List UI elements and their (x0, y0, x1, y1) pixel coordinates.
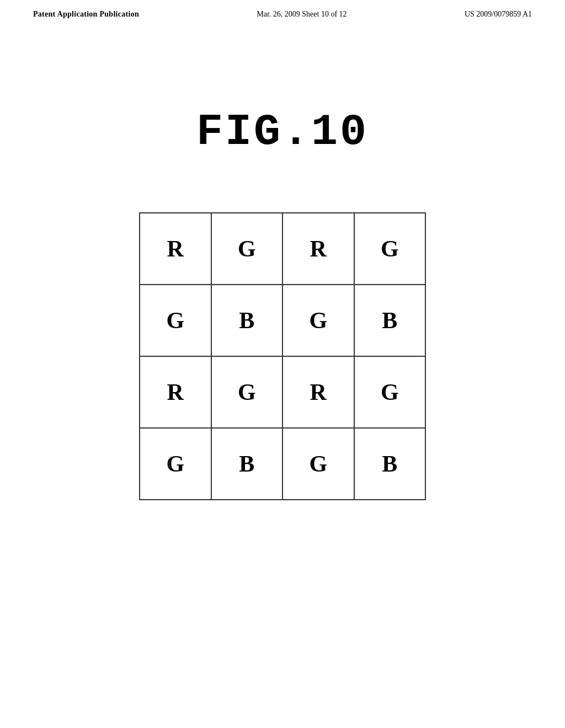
grid-cell-r3-c3: B (354, 428, 426, 500)
grid-cell-r3-c1: B (211, 428, 283, 500)
bayer-pattern-grid: RGRGGBGBRGRGGBGB (139, 212, 426, 500)
grid-cell-r0-c2: R (282, 213, 354, 285)
header-patent-number: US 2009/0079859 A1 (465, 10, 532, 19)
grid-cell-r2-c1: G (211, 356, 283, 428)
page: Patent Application Publication Mar. 26, … (0, 0, 565, 728)
grid-cell-r1-c2: G (282, 285, 354, 356)
header-date-sheet: Mar. 26, 2009 Sheet 10 of 12 (257, 10, 347, 19)
figure-title: FIG.10 (33, 107, 532, 157)
grid-cell-r2-c2: R (282, 356, 354, 428)
grid-cell-r0-c3: G (354, 213, 426, 285)
grid-cell-r3-c0: G (140, 428, 211, 500)
grid-cell-r0-c0: R (140, 213, 211, 285)
header-publication-label: Patent Application Publication (33, 10, 139, 19)
grid-cell-r2-c3: G (354, 356, 426, 428)
grid-cell-r0-c1: G (211, 213, 283, 285)
header: Patent Application Publication Mar. 26, … (33, 10, 532, 19)
grid-cell-r1-c1: B (211, 285, 283, 356)
grid-container: RGRGGBGBRGRGGBGB (33, 212, 532, 500)
grid-cell-r3-c2: G (282, 428, 354, 500)
grid-cell-r1-c0: G (140, 285, 211, 356)
grid-cell-r1-c3: B (354, 285, 426, 356)
grid-cell-r2-c0: R (140, 356, 211, 428)
